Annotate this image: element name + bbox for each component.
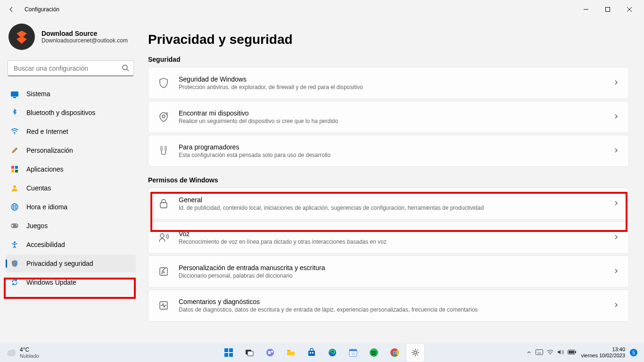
volume-icon[interactable]: [557, 349, 564, 356]
svg-point-18: [14, 241, 16, 243]
search-box: [8, 60, 134, 76]
calendar-button[interactable]: 31: [344, 344, 362, 362]
search-input[interactable]: [8, 60, 134, 76]
tray-chevron-icon[interactable]: [526, 349, 532, 356]
explorer-button[interactable]: [282, 344, 300, 362]
close-button[interactable]: [619, 2, 640, 17]
card-title: Seguridad de Windows: [179, 75, 613, 83]
sidebar: Download Source Downloadsourcenet@outloo…: [0, 19, 141, 344]
sidebar-item-label: Bluetooth y dispositivos: [26, 109, 95, 116]
person-icon: [10, 184, 19, 192]
taskbar-center: 31: [220, 344, 424, 362]
sidebar-item-wifi[interactable]: Red e Internet: [6, 123, 136, 140]
sidebar-item-monitor[interactable]: Sistema: [6, 85, 136, 103]
svg-rect-40: [310, 352, 311, 354]
minimize-button[interactable]: [575, 2, 597, 17]
sidebar-item-gamepad[interactable]: Juegos: [6, 217, 136, 235]
clock-date: viernes 10/02/2023: [581, 353, 625, 359]
svg-point-52: [394, 352, 396, 354]
settings-card-location[interactable]: Encontrar mi dispositivoRealice un segui…: [148, 101, 629, 133]
store-button[interactable]: [303, 344, 321, 362]
card-title: General: [179, 196, 613, 204]
sidebar-item-person[interactable]: Cuentas: [6, 179, 136, 197]
globe-icon: [10, 203, 19, 211]
monitor-icon: [10, 90, 19, 98]
chat-button[interactable]: [261, 344, 279, 362]
wifi-icon: [10, 127, 19, 136]
dev-icon: [158, 146, 169, 156]
sidebar-item-label: Red e Internet: [26, 128, 68, 135]
svg-point-37: [271, 351, 273, 353]
sidebar-item-accessibility[interactable]: Accesibilidad: [6, 236, 136, 254]
svg-rect-8: [15, 166, 18, 169]
card-title: Para programadores: [179, 143, 613, 151]
sidebar-item-brush[interactable]: Personalización: [6, 141, 136, 159]
chevron-right-icon: [613, 267, 619, 276]
spotify-button[interactable]: [365, 344, 383, 362]
settings-button[interactable]: [406, 344, 424, 362]
taskbar: 4°C Nublado 31 13:40 viernes 10/02/2023 …: [0, 343, 644, 362]
svg-point-46: [370, 348, 378, 357]
pen-icon: [158, 267, 169, 276]
sidebar-item-label: Accesibilidad: [26, 241, 65, 248]
clock-time: 13:40: [581, 346, 625, 353]
settings-card-dev[interactable]: Para programadoresEsta configuración est…: [148, 135, 629, 167]
settings-card-shield[interactable]: Seguridad de WindowsProtección antivirus…: [148, 67, 629, 99]
back-button[interactable]: [4, 2, 19, 17]
sidebar-item-label: Sistema: [26, 90, 50, 98]
svg-rect-44: [349, 349, 357, 351]
settings-card-diag[interactable]: Comentarios y diagnósticosDatos de diagn…: [148, 289, 629, 321]
svg-point-24: [160, 234, 164, 238]
sidebar-item-globe[interactable]: Hora e idioma: [6, 198, 136, 216]
sidebar-item-bluetooth[interactable]: Bluetooth y dispositivos: [6, 104, 136, 122]
location-icon: [158, 112, 169, 122]
settings-card-lock[interactable]: GeneralId. de publicidad, contenido loca…: [148, 188, 629, 220]
battery-icon[interactable]: [568, 349, 576, 356]
sidebar-item-grid[interactable]: Aplicaciones: [6, 160, 136, 178]
edge-button[interactable]: [323, 344, 341, 362]
svg-rect-60: [575, 351, 576, 353]
search-icon: [122, 64, 129, 74]
card-subtitle: Protección antivirus, de explorador, de …: [179, 84, 613, 90]
card-subtitle: Diccionario personal, palabras del dicci…: [179, 272, 613, 279]
sidebar-item-shield[interactable]: Privacidad y seguridad: [6, 255, 136, 272]
notification-badge[interactable]: 5: [630, 349, 637, 356]
svg-point-6: [14, 133, 15, 134]
sidebar-item-label: Cuentas: [26, 184, 51, 192]
card-title: Personalización de entrada manuscrita y …: [179, 264, 613, 272]
lock-icon: [158, 199, 169, 208]
keyboard-icon[interactable]: [536, 349, 543, 356]
clock[interactable]: 13:40 viernes 10/02/2023: [581, 346, 625, 359]
chevron-right-icon: [613, 233, 619, 242]
weather-widget[interactable]: 4°C Nublado: [0, 346, 39, 359]
svg-rect-21: [161, 146, 162, 151]
svg-rect-22: [165, 146, 166, 151]
window-title: Configuración: [25, 6, 59, 13]
weather-temp: 4°C: [20, 346, 39, 353]
svg-rect-54: [536, 349, 543, 354]
bluetooth-icon: [10, 108, 19, 117]
settings-card-voice[interactable]: VozReconocimiento de voz en línea para d…: [148, 222, 629, 254]
update-icon: [10, 278, 19, 287]
chevron-right-icon: [613, 199, 619, 208]
sidebar-item-label: Privacidad y seguridad: [26, 260, 93, 267]
chrome-button[interactable]: [386, 344, 404, 362]
svg-rect-61: [569, 351, 574, 354]
content: Privacidad y seguridad SeguridadSegurida…: [141, 19, 644, 344]
card-subtitle: Datos de diagnóstico, datos de escritura…: [179, 306, 613, 313]
start-button[interactable]: [220, 344, 238, 362]
card-subtitle: Id. de publicidad, contenido local, inic…: [179, 205, 613, 211]
svg-rect-23: [160, 203, 167, 208]
maximize-button[interactable]: [597, 2, 619, 17]
wifi-icon[interactable]: [547, 349, 553, 356]
section-title: Permisos de Windows: [148, 176, 629, 184]
accessibility-icon: [10, 240, 19, 249]
arrow-left-icon: [8, 6, 15, 13]
sidebar-item-update[interactable]: Windows Update: [6, 273, 136, 291]
user-card[interactable]: Download Source Downloadsourcenet@outloo…: [6, 19, 136, 58]
svg-point-4: [123, 65, 127, 70]
svg-rect-33: [229, 353, 233, 357]
settings-card-pen[interactable]: Personalización de entrada manuscrita y …: [148, 255, 629, 288]
task-view-button[interactable]: [240, 344, 258, 362]
svg-rect-39: [308, 351, 315, 356]
